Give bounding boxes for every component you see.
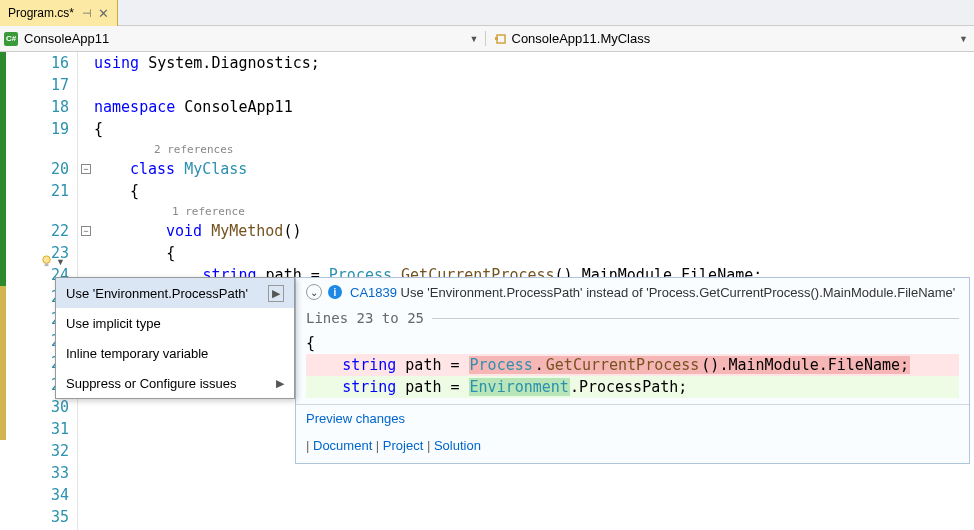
line-number: 16 bbox=[51, 54, 69, 72]
tab-title: Program.cs* bbox=[8, 6, 74, 20]
line-number: 21 bbox=[51, 182, 69, 200]
collapse-icon[interactable]: ⌄ bbox=[306, 284, 322, 300]
svg-rect-0 bbox=[497, 35, 505, 43]
scope-document-link[interactable]: Document bbox=[313, 438, 372, 453]
tab-bar: Program.cs* ⊣ ✕ bbox=[0, 0, 974, 26]
line-number: 31 bbox=[51, 420, 69, 438]
tab-program[interactable]: Program.cs* ⊣ ✕ bbox=[0, 0, 118, 26]
line-number: 33 bbox=[51, 464, 69, 482]
nav-class-label: ConsoleApp11.MyClass bbox=[512, 31, 651, 46]
line-number: 18 bbox=[51, 98, 69, 116]
info-icon: i bbox=[328, 285, 342, 299]
close-icon[interactable]: ✕ bbox=[98, 6, 109, 21]
line-number: 30 bbox=[51, 398, 69, 416]
svg-rect-1 bbox=[495, 37, 498, 40]
nav-bar: C# ConsoleApp11 ▼ ConsoleApp11.MyClass ▼ bbox=[0, 26, 974, 52]
nav-class-dropdown[interactable]: ConsoleApp11.MyClass ▼ bbox=[485, 31, 975, 46]
line-number: 17 bbox=[51, 76, 69, 94]
line-number: 20 bbox=[51, 160, 69, 178]
qa-item-inline-var[interactable]: Inline temporary variable bbox=[56, 338, 294, 368]
pin-icon[interactable]: ⊣ bbox=[82, 7, 92, 20]
line-number: 22 bbox=[51, 222, 69, 240]
line-number: 35 bbox=[51, 508, 69, 526]
preview-scope: | Document | Project | Solution bbox=[296, 432, 969, 463]
qa-item-suppress[interactable]: Suppress or Configure issues ▶ bbox=[56, 368, 294, 398]
csharp-icon: C# bbox=[4, 32, 18, 46]
preview-header: ⌄ i CA1839 Use 'Environment.ProcessPath'… bbox=[296, 278, 969, 306]
chevron-down-icon: ▼ bbox=[959, 34, 968, 44]
submenu-arrow-icon: ▶ bbox=[268, 285, 284, 302]
line-number: 32 bbox=[51, 442, 69, 460]
fold-toggle[interactable]: − bbox=[81, 226, 91, 236]
preview-panel: ⌄ i CA1839 Use 'Environment.ProcessPath'… bbox=[295, 277, 970, 464]
preview-diff: { string path = Process.GetCurrentProces… bbox=[296, 332, 969, 404]
codelens-references[interactable]: 2 references bbox=[154, 143, 233, 156]
chevron-down-icon: ▼ bbox=[470, 34, 479, 44]
preview-changes-link[interactable]: Preview changes bbox=[306, 411, 405, 426]
scope-project-link[interactable]: Project bbox=[383, 438, 423, 453]
fold-toggle[interactable]: − bbox=[81, 164, 91, 174]
submenu-arrow-icon: ▶ bbox=[276, 377, 284, 390]
scope-solution-link[interactable]: Solution bbox=[434, 438, 481, 453]
quick-actions-menu: Use 'Environment.ProcessPath' ▶ Use impl… bbox=[55, 277, 295, 399]
preview-range: Lines 23 to 25 bbox=[296, 306, 969, 332]
chevron-down-icon: ▼ bbox=[56, 257, 65, 267]
diagnostic-message: CA1839 Use 'Environment.ProcessPath' ins… bbox=[350, 284, 959, 302]
qa-item-implicit-type[interactable]: Use implicit type bbox=[56, 308, 294, 338]
codelens-references[interactable]: 1 reference bbox=[172, 205, 245, 218]
preview-footer: Preview changes bbox=[296, 404, 969, 432]
diff-removed-line: string path = Process.GetCurrentProcess(… bbox=[306, 354, 959, 376]
nav-project-label: ConsoleApp11 bbox=[24, 31, 109, 46]
nav-project-dropdown[interactable]: C# ConsoleApp11 ▼ bbox=[0, 31, 485, 46]
lightbulb-button[interactable]: ▼ bbox=[39, 254, 65, 269]
qa-item-use-processpath[interactable]: Use 'Environment.ProcessPath' ▶ bbox=[56, 278, 294, 308]
diff-added-line: string path = Environment.ProcessPath; bbox=[306, 376, 959, 398]
line-number: 34 bbox=[51, 486, 69, 504]
lightbulb-icon bbox=[39, 254, 54, 269]
svg-rect-3 bbox=[45, 263, 49, 266]
class-icon bbox=[494, 32, 508, 46]
line-number: 19 bbox=[51, 120, 69, 138]
svg-point-2 bbox=[43, 256, 51, 264]
